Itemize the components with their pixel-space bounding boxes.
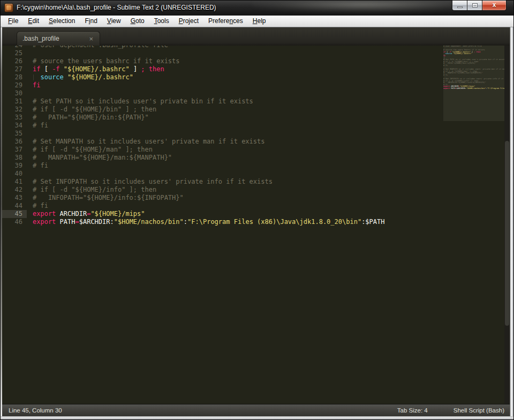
line-number-27[interactable]: 27 bbox=[2, 65, 27, 73]
code-line-32[interactable]: # if [ -d "${HOME}/bin" ] ; then bbox=[33, 106, 385, 114]
app-window: F:\cygwin\home\Ala\.bash_profile - Subli… bbox=[0, 0, 514, 420]
menu-item-goto[interactable]: Goto bbox=[126, 16, 149, 27]
tab-size-indicator[interactable]: Tab Size: 4 bbox=[397, 407, 428, 414]
line-number-33[interactable]: 33 bbox=[2, 114, 27, 122]
menu-item-preferences[interactable]: Preferences bbox=[203, 16, 248, 27]
tab-close-icon[interactable]: × bbox=[88, 35, 94, 43]
code-area[interactable]: # User dependent .bash_profile file# sou… bbox=[33, 46, 385, 226]
menu-item-edit[interactable]: Edit bbox=[23, 16, 44, 27]
code-line-41[interactable]: # Set INFOPATH so it includes users' pri… bbox=[33, 178, 385, 186]
line-number-45[interactable]: 45 bbox=[2, 210, 27, 218]
line-number-35[interactable]: 35 bbox=[2, 130, 27, 138]
tab-bar: .bash_profile × bbox=[2, 27, 510, 46]
menu-item-project[interactable]: Project bbox=[174, 16, 203, 27]
line-number-43[interactable]: 43 bbox=[2, 194, 27, 202]
line-number-38[interactable]: 38 bbox=[2, 154, 27, 162]
close-button[interactable]: x bbox=[482, 1, 507, 11]
code-line-39[interactable]: # fi bbox=[33, 162, 385, 170]
line-number-39[interactable]: 39 bbox=[2, 162, 27, 170]
code-token: # PATH="${HOME}/bin:${PATH}" bbox=[33, 114, 149, 121]
line-number-30[interactable]: 30 bbox=[2, 89, 27, 98]
code-line-24[interactable]: # User dependent .bash_profile file bbox=[33, 46, 385, 49]
maximize-icon bbox=[472, 3, 478, 8]
code-token bbox=[33, 73, 40, 81]
code-token: "${HOME}/mips" bbox=[90, 210, 145, 218]
code-line-45[interactable]: export ARCHDIR="${HOME}/mips" bbox=[33, 210, 385, 218]
line-number-31[interactable]: 31 bbox=[2, 98, 27, 106]
vertical-scrollbar[interactable] bbox=[504, 46, 510, 404]
code-line-28[interactable]: source "${HOME}/.bashrc" bbox=[33, 73, 385, 81]
code-token: # Set INFOPATH so it includes users' pri… bbox=[33, 178, 273, 185]
line-number-42[interactable]: 42 bbox=[2, 186, 27, 194]
code-line-31[interactable]: # Set PATH so it includes user's private… bbox=[33, 98, 385, 106]
minimize-button[interactable] bbox=[452, 1, 467, 11]
line-number-41[interactable]: 41 bbox=[2, 178, 27, 186]
code-token: ARCHDIR bbox=[56, 210, 87, 218]
code-token: # fi bbox=[33, 162, 48, 169]
code-token: : bbox=[184, 218, 187, 226]
line-number-gutter: 2425262728293031323334353637383940414243… bbox=[2, 46, 27, 226]
menu-item-view[interactable]: View bbox=[102, 16, 126, 27]
line-number-25[interactable]: 25 bbox=[2, 49, 27, 57]
code-line-26[interactable]: # source the users bashrc if it exists bbox=[33, 57, 385, 65]
title-bar[interactable]: F:\cygwin\home\Ala\.bash_profile - Subli… bbox=[1, 1, 513, 16]
code-line-35[interactable] bbox=[33, 130, 385, 138]
editor[interactable]: 2425262728293031323334353637383940414243… bbox=[2, 46, 510, 404]
code-token: $ARCHDIR: bbox=[79, 218, 114, 226]
minimap-viewport[interactable] bbox=[443, 46, 504, 121]
line-number-40[interactable]: 40 bbox=[2, 170, 27, 178]
code-line-25[interactable] bbox=[33, 49, 385, 57]
code-token: if bbox=[33, 65, 40, 73]
code-line-43[interactable]: # INFOPATH="${HOME}/info:${INFOPATH}" bbox=[33, 194, 385, 202]
line-number-37[interactable]: 37 bbox=[2, 146, 27, 154]
window-content: .bash_profile × 242526272829303132333435… bbox=[1, 27, 513, 419]
code-line-44[interactable]: # fi bbox=[33, 202, 385, 210]
menu-item-find[interactable]: Find bbox=[80, 16, 102, 27]
line-number-28[interactable]: 28 bbox=[2, 73, 27, 81]
sublime-text-icon bbox=[4, 3, 13, 12]
code-line-29[interactable]: fi bbox=[33, 81, 385, 89]
minimap[interactable]: # User dependent .bash_profile file# sou… bbox=[443, 46, 504, 404]
code-line-42[interactable]: # if [ -d "${HOME}/info" ]; then bbox=[33, 186, 385, 194]
code-line-37[interactable]: # if [ -d "${HOME}/man" ]; then bbox=[33, 146, 385, 154]
window-title: F:\cygwin\home\Ala\.bash_profile - Subli… bbox=[17, 4, 216, 11]
code-token: source bbox=[40, 73, 63, 81]
line-number-26[interactable]: 26 bbox=[2, 57, 27, 65]
line-number-46[interactable]: 46 bbox=[2, 218, 27, 226]
code-token: fi bbox=[33, 81, 40, 89]
code-line-46[interactable]: export PATH=$ARCHDIR:"$HOME/nachos/bin":… bbox=[33, 218, 385, 226]
line-number-34[interactable]: 34 bbox=[2, 122, 27, 130]
code-line-30[interactable] bbox=[33, 89, 385, 98]
line-number-29[interactable]: 29 bbox=[2, 81, 27, 89]
line-number-24[interactable]: 24 bbox=[2, 46, 27, 49]
code-token: "${HOME}/.bashrc" bbox=[64, 65, 130, 73]
code-line-34[interactable]: # fi bbox=[33, 122, 385, 130]
cursor-position: Line 45, Column 30 bbox=[2, 407, 62, 414]
code-token: "${HOME}/.bashrc" bbox=[67, 73, 133, 81]
syntax-indicator[interactable]: Shell Script (Bash) bbox=[453, 407, 504, 414]
line-number-32[interactable]: 32 bbox=[2, 106, 27, 114]
code-token: # if [ -d "${HOME}/info" ]; then bbox=[33, 186, 156, 193]
code-line-33[interactable]: # PATH="${HOME}/bin:${PATH}" bbox=[33, 114, 385, 122]
code-token: :$PATH bbox=[361, 218, 384, 226]
code-line-36[interactable]: # Set MANPATH so it includes users' priv… bbox=[33, 138, 385, 146]
code-token: ; then bbox=[141, 65, 164, 73]
code-token: # if [ -d "${HOME}/bin" ] ; then bbox=[33, 106, 156, 113]
code-line-40[interactable] bbox=[33, 170, 385, 178]
code-token: # fi bbox=[33, 202, 48, 209]
menu-item-file[interactable]: File bbox=[3, 16, 23, 27]
tab-bash-profile[interactable]: .bash_profile × bbox=[17, 31, 100, 46]
scrollbar-thumb[interactable] bbox=[505, 141, 509, 326]
code-token: # Set MANPATH so it includes users' priv… bbox=[33, 138, 264, 145]
line-number-44[interactable]: 44 bbox=[2, 202, 27, 210]
code-token: -f bbox=[52, 65, 59, 73]
menu-item-help[interactable]: Help bbox=[248, 16, 271, 27]
maximize-button[interactable] bbox=[467, 1, 482, 11]
code-line-38[interactable]: # MANPATH="${HOME}/man:${MANPATH}" bbox=[33, 154, 385, 162]
close-icon: x bbox=[482, 1, 506, 9]
menu-item-selection[interactable]: Selection bbox=[44, 16, 80, 27]
code-line-27[interactable]: if [ -f "${HOME}/.bashrc" ] ; then bbox=[33, 65, 385, 73]
line-number-36[interactable]: 36 bbox=[2, 138, 27, 146]
code-token: "F:\Program Files (x86)\Java\jdk1.8.0_20… bbox=[187, 218, 361, 226]
menu-item-tools[interactable]: Tools bbox=[149, 16, 174, 27]
